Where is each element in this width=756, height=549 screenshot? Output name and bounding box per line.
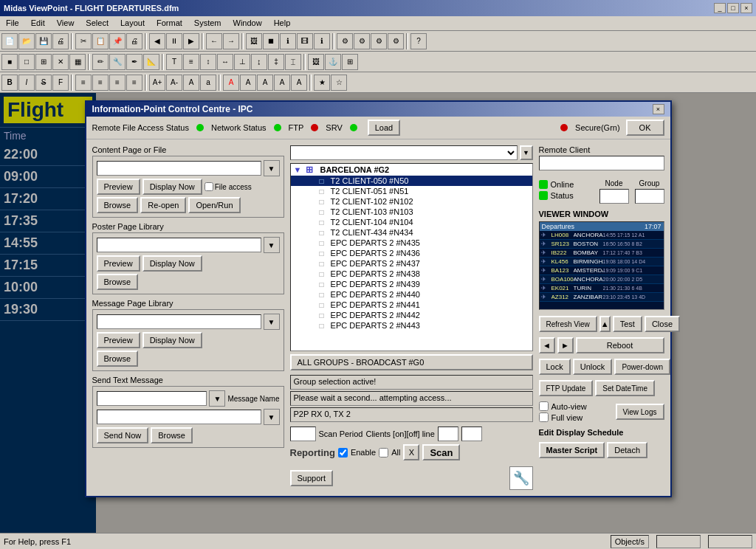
tree-item-13[interactable]: □ EPC DEPARTS 2 #N442 (291, 310, 532, 320)
load-button[interactable]: Load (368, 120, 400, 136)
clients-off-input[interactable] (461, 427, 482, 441)
tree-item-9[interactable]: □ EPC DEPARTS 2 #N438 (291, 269, 532, 279)
middle-dropdown[interactable] (290, 145, 518, 160)
tb2-10[interactable]: ≡ (183, 54, 199, 70)
tb2-8[interactable]: 📐 (143, 54, 159, 70)
send-text-input2[interactable] (97, 410, 261, 424)
fmt-color1[interactable]: A (223, 75, 239, 91)
poster-preview-btn[interactable]: Preview (97, 255, 140, 272)
minimize-btn[interactable]: _ (714, 3, 726, 13)
lock-btn[interactable]: Lock (539, 359, 571, 375)
tb-new[interactable]: 📄 (1, 33, 18, 49)
support-button[interactable]: Support (290, 470, 334, 486)
up-btn[interactable]: ▲ (599, 316, 611, 332)
fmt-align1[interactable]: ≡ (75, 75, 92, 91)
content-display-now-btn[interactable]: Display Now (142, 179, 202, 195)
tree-item-5[interactable]: □ T2 CLIENT-434 #N434 (291, 227, 532, 238)
broadcast-btn[interactable]: ALL GROUPS - BROADCAST #G0 (290, 354, 533, 370)
tb-print2[interactable]: 🖨 (126, 33, 142, 49)
master-script-btn[interactable]: Master Script (539, 442, 605, 458)
set-datetime-btn[interactable]: Set DateTime (595, 380, 655, 396)
content-browse-btn[interactable]: Browse (97, 197, 139, 213)
tree-item-14[interactable]: □ EPC DEPARTS 2 #N443 (291, 320, 532, 331)
poster-page-input[interactable] (97, 238, 261, 252)
right-nav-btn[interactable]: ► (557, 337, 574, 353)
tree-item-1[interactable]: □ T2 CLIENT-051 #N51 (291, 186, 532, 196)
fmt-italic[interactable]: I (18, 75, 35, 91)
tree-item-2[interactable]: □ T2 CLIENT-102 #N102 (291, 196, 532, 207)
fmt-size3[interactable]: A (183, 75, 199, 91)
maximize-btn[interactable]: □ (727, 3, 739, 13)
fmt-size1[interactable]: A+ (149, 75, 165, 91)
tb2-7[interactable]: 🔧 (109, 54, 126, 70)
tb2-14[interactable]: ↨ (251, 54, 267, 70)
send-text-input1[interactable] (97, 391, 207, 406)
send-text-dropdown1[interactable]: ▼ (209, 390, 225, 407)
fmt-color4[interactable]: A (274, 75, 290, 91)
clients-on-input[interactable]: 0 (438, 427, 458, 441)
close-btn[interactable]: × (740, 3, 752, 13)
scan-button[interactable]: Scan (422, 444, 460, 460)
tb2-9[interactable]: T (166, 54, 182, 70)
send-browse-btn[interactable]: Browse (151, 427, 193, 443)
tb-copy[interactable]: 📋 (92, 33, 109, 49)
detach-btn[interactable]: Detach (607, 442, 647, 458)
poster-browse-btn[interactable]: Browse (97, 274, 139, 290)
tree-item-3[interactable]: □ T2 CLIENT-103 #N103 (291, 207, 532, 217)
fmt-f[interactable]: F (52, 75, 69, 91)
tb2-grid[interactable]: ⊞ (342, 54, 358, 70)
enable-checkbox[interactable] (338, 448, 348, 458)
message-display-now-btn[interactable]: Display Now (142, 332, 202, 348)
x-button[interactable]: X (403, 444, 419, 460)
tb-pause[interactable]: ⏸ (166, 33, 182, 49)
content-page-input[interactable] (97, 161, 261, 176)
menu-help[interactable]: Help (268, 18, 297, 29)
tb-gear1[interactable]: ⚙ (337, 33, 353, 49)
dialog-close-icon[interactable]: × (653, 104, 664, 114)
fmt-size4[interactable]: a (200, 75, 216, 91)
tb-gear2[interactable]: ⚙ (354, 33, 370, 49)
message-page-input[interactable] (97, 314, 261, 329)
menu-layout[interactable]: Layout (114, 18, 151, 29)
tb-gear3[interactable]: ⚙ (371, 33, 387, 49)
fmt-align4[interactable]: ≡ (126, 75, 142, 91)
reboot-btn[interactable]: Reboot (576, 337, 664, 353)
tb2-5[interactable]: ▦ (69, 54, 86, 70)
close-right-btn[interactable]: Close (645, 316, 680, 332)
tb-paste[interactable]: 📌 (109, 33, 126, 49)
menu-system[interactable]: System (188, 18, 227, 29)
all-checkbox[interactable] (379, 448, 388, 458)
tb2-11[interactable]: ↕ (200, 54, 216, 70)
node-input[interactable]: 0 (599, 189, 629, 204)
tb2-12[interactable]: ↔ (217, 54, 233, 70)
refresh-view-btn[interactable]: Refresh View (539, 316, 597, 332)
fmt-bold[interactable]: B (1, 75, 18, 91)
message-preview-btn[interactable]: Preview (97, 332, 140, 348)
tree-item-12[interactable]: □ EPC DEPARTS 2 #N441 (291, 300, 532, 310)
tb2-4[interactable]: ✕ (52, 54, 69, 70)
message-page-dropdown-btn[interactable]: ▼ (264, 314, 280, 330)
tree-item-0[interactable]: □ T2 CLIENT-050 #N50 (291, 176, 532, 186)
tb-img1[interactable]: 🖼 (246, 33, 262, 49)
menu-format[interactable]: Format (151, 18, 188, 29)
tree-view[interactable]: ▼ ⊞ BARCELONA #G2 □ T2 CLIENT-050 #N50 □ (290, 163, 533, 351)
content-reopen-btn[interactable]: Re-open (140, 197, 186, 213)
tb2-img[interactable]: 🖼 (308, 54, 324, 70)
fmt-color2[interactable]: A (240, 75, 256, 91)
tb2-16[interactable]: ⌶ (285, 54, 301, 70)
tb2-pen[interactable]: ✒ (126, 54, 142, 70)
content-preview-btn[interactable]: Preview (97, 179, 140, 195)
content-page-dropdown-btn[interactable]: ▼ (264, 160, 280, 176)
full-view-checkbox[interactable] (539, 412, 549, 422)
tb2-1[interactable]: ■ (1, 54, 18, 70)
tb2-15[interactable]: ‡ (268, 54, 284, 70)
menu-window[interactable]: Window (227, 18, 268, 29)
menu-select[interactable]: Select (80, 18, 114, 29)
auto-view-checkbox[interactable] (539, 401, 549, 411)
tb2-6[interactable]: ✏ (92, 54, 109, 70)
tb-cut[interactable]: ✂ (75, 33, 92, 49)
content-openrun-btn[interactable]: Open/Run (188, 197, 240, 213)
scan-period-input[interactable]: 35 (290, 427, 316, 441)
fmt-effects[interactable]: ★ (314, 75, 330, 91)
fmt-align3[interactable]: ≡ (109, 75, 126, 91)
